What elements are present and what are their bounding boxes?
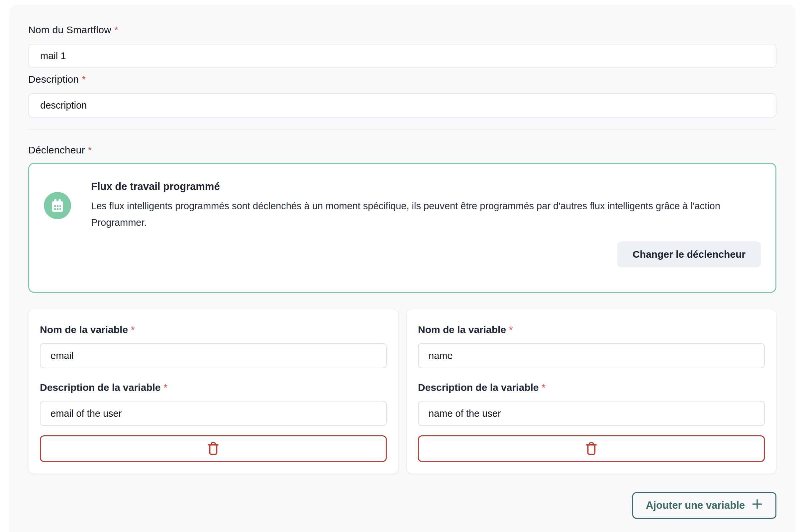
required-asterisk: *: [509, 324, 513, 335]
variable-card-email: Nom de la variable* Description de la va…: [28, 309, 398, 474]
variable-description-label: Description de la variable*: [418, 382, 765, 394]
trigger-title: Flux de travail programmé: [91, 180, 761, 193]
smartflow-name-input[interactable]: [28, 44, 777, 68]
variable-name-input[interactable]: [418, 343, 765, 368]
description-label-text: Description: [28, 74, 79, 85]
plus-icon: [751, 498, 763, 512]
required-asterisk: *: [88, 145, 92, 155]
change-trigger-button[interactable]: Changer le déclencheur: [617, 242, 761, 267]
variable-description-input[interactable]: [40, 401, 387, 426]
trash-icon: [585, 441, 598, 457]
delete-variable-button[interactable]: [418, 435, 765, 462]
calendar-icon: [44, 192, 71, 219]
required-asterisk: *: [164, 382, 167, 393]
description-input[interactable]: [28, 93, 777, 117]
trigger-label-text: Déclencheur: [28, 145, 85, 155]
required-asterisk: *: [82, 74, 86, 85]
variable-description-label-text: Description de la variable: [40, 382, 161, 393]
variable-name-label-text: Nom de la variable: [40, 324, 128, 335]
trash-icon: [207, 441, 220, 457]
variable-name-label: Nom de la variable*: [418, 324, 765, 336]
required-asterisk: *: [542, 382, 545, 393]
trigger-label: Déclencheur*: [28, 144, 777, 156]
required-asterisk: *: [131, 324, 135, 335]
variable-description-label: Description de la variable*: [40, 382, 387, 394]
trigger-card: Flux de travail programmé Les flux intel…: [28, 163, 777, 293]
delete-variable-button[interactable]: [40, 435, 387, 462]
variable-description-input[interactable]: [418, 401, 765, 426]
section-divider: [28, 130, 777, 130]
description-label: Description*: [28, 73, 777, 86]
variable-name-input[interactable]: [40, 343, 387, 368]
variables-row: Nom de la variable* Description de la va…: [28, 309, 777, 474]
add-variable-button-label: Ajouter une variable: [646, 499, 745, 511]
variable-description-label-text: Description de la variable: [418, 382, 539, 393]
smartflow-name-label-text: Nom du Smartflow: [28, 24, 111, 35]
smartflow-name-label: Nom du Smartflow*: [28, 24, 777, 36]
variable-card-name: Nom de la variable* Description de la va…: [406, 309, 777, 474]
trigger-description: Les flux intelligents programmés sont dé…: [91, 197, 761, 231]
required-asterisk: *: [114, 24, 118, 35]
variable-name-label-text: Nom de la variable: [418, 324, 506, 335]
variable-name-label: Nom de la variable*: [40, 324, 387, 336]
add-variable-button[interactable]: Ajouter une variable: [632, 492, 777, 519]
smartflow-form-panel: Nom du Smartflow* Description* Déclenche…: [9, 4, 796, 532]
